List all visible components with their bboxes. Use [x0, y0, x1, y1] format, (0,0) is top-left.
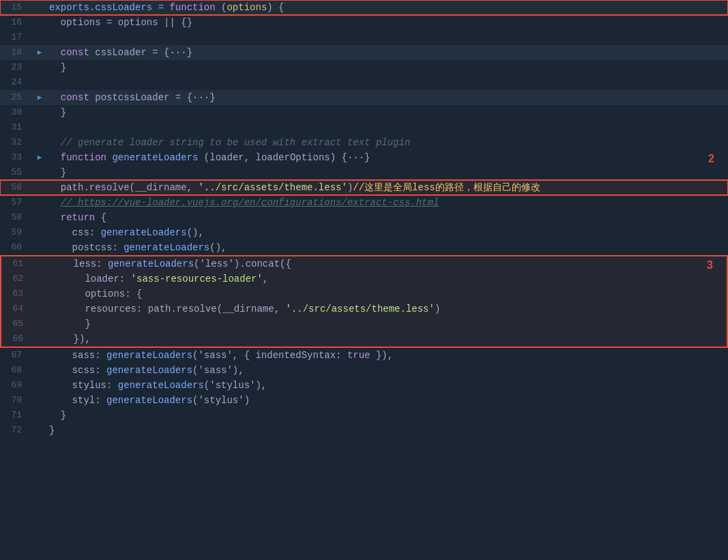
code-line: 58 return {: [0, 210, 728, 225]
line-content: less: generateLoaders('less').concat({: [48, 256, 727, 271]
code-line: 67 sass: generateLoaders('sass', { inden…: [0, 348, 728, 363]
token: {: [95, 212, 106, 223]
token: generateLoaders: [106, 350, 192, 361]
token: resources: path.resolve(__dirname,: [50, 304, 285, 314]
code-line: 69 stylus: generateLoaders('stylus'),: [0, 378, 728, 393]
token: function: [169, 2, 215, 13]
code-line: 15exports.cssLoaders = function (options…: [0, 0, 728, 15]
line-number: 32: [0, 135, 33, 150]
code-line: 63 options: {: [0, 286, 728, 301]
line-number: 17: [0, 30, 33, 45]
token: }: [49, 107, 66, 118]
line-content: }: [46, 165, 728, 180]
line-number: 61: [1, 256, 34, 271]
line-number: 33: [0, 150, 33, 165]
token: [49, 212, 61, 223]
token: path.resolve(__dirname,: [49, 182, 198, 193]
token: ): [435, 304, 440, 314]
token: '../src/assets/theme.less': [198, 182, 347, 193]
line-number: 25: [0, 90, 33, 105]
code-line: 65 }: [0, 316, 728, 331]
line-number: 59: [0, 225, 33, 240]
line-content: resources: path.resolve(__dirname, '../s…: [48, 301, 727, 316]
line-number: 24: [0, 75, 33, 90]
line-number: 65: [1, 316, 34, 331]
line-content: const cssLoader = {···}: [46, 45, 728, 60]
line-number: 31: [0, 120, 33, 135]
line-content: }: [46, 408, 728, 423]
line-number: 30: [0, 105, 33, 120]
code-line: 56 path.resolve(__dirname, '../src/asset…: [0, 180, 728, 195]
code-line: 68 scss: generateLoaders('sass'),: [0, 363, 728, 378]
code-line: 55 }: [0, 165, 728, 180]
token: (: [216, 2, 227, 13]
annotation-number: 2: [708, 150, 714, 168]
line-content: // generate loader string to be used wit…: [46, 135, 728, 150]
token: less:: [50, 259, 108, 269]
line-number: 71: [0, 408, 33, 423]
line-number: 18: [0, 45, 33, 60]
token: postcss:: [49, 242, 123, 253]
token: '../src/assets/theme.less': [285, 304, 434, 314]
token: options: {: [50, 289, 142, 299]
fold-arrow[interactable]: ▶: [33, 90, 46, 105]
token: return: [61, 212, 95, 223]
token: generateLoaders: [123, 242, 209, 253]
token: }: [50, 319, 91, 329]
line-content: stylus: generateLoaders('stylus'),: [46, 378, 728, 393]
line-content: postcss: generateLoaders(),: [46, 240, 728, 255]
line-content: path.resolve(__dirname, '../src/assets/t…: [46, 180, 728, 195]
token: scss:: [49, 365, 106, 376]
line-content: sass: generateLoaders('sass', { indented…: [46, 348, 728, 363]
line-content: options = options || {}: [46, 15, 728, 30]
code-line: 64 resources: path.resolve(__dirname, '.…: [0, 301, 728, 316]
line-content: }: [48, 316, 727, 331]
token: cssLoader = {···}: [89, 47, 192, 58]
code-line: 23 }: [0, 60, 728, 75]
token: ) {: [267, 2, 284, 13]
line-content: }: [46, 60, 728, 75]
token: //这里是全局less的路径，根据自己的修改: [353, 182, 540, 193]
line-content: loader: 'sass-resources-loader',: [48, 271, 727, 286]
code-line: 66 }),: [0, 331, 728, 348]
token: styl:: [49, 395, 106, 406]
line-number: 72: [0, 423, 33, 438]
token: options: [227, 2, 267, 13]
line-content: function generateLoaders (loader, loader…: [46, 150, 728, 165]
token: (),: [209, 242, 227, 253]
token: }),: [370, 350, 394, 361]
code-line: 61 less: generateLoaders('less').concat(…: [0, 255, 728, 271]
line-content: }: [46, 105, 728, 120]
line-number: 66: [1, 331, 34, 347]
fold-arrow[interactable]: ▶: [33, 150, 46, 165]
token: }: [49, 167, 66, 178]
token: // generate loader string to be used wit…: [61, 137, 410, 148]
code-line: 71 }: [0, 408, 728, 423]
code-line: 24: [0, 75, 728, 90]
token: stylus:: [49, 380, 118, 391]
token: ,: [263, 274, 268, 284]
line-number: 15: [0, 0, 33, 15]
code-line: 57 // https://vue-loader.vuejs.org/en/co…: [0, 195, 728, 210]
code-line: 33▶ function generateLoaders (loader, lo…: [0, 150, 728, 165]
code-line: 62 loader: 'sass-resources-loader',: [0, 271, 728, 286]
line-content: const postcssLoader = {···}: [46, 90, 728, 105]
line-number: 55: [0, 165, 33, 180]
token: css:: [49, 227, 101, 238]
token: ('stylus'),: [204, 380, 267, 391]
code-line: 32 // generate loader string to be used …: [0, 135, 728, 150]
token: (loader, loaderOptions) {···}: [198, 152, 370, 163]
line-content: // https://vue-loader.vuejs.org/en/confi…: [46, 195, 728, 210]
line-number: 58: [0, 210, 33, 225]
line-number: 70: [0, 393, 33, 408]
line-number: 60: [0, 240, 33, 255]
line-number: 16: [0, 15, 33, 30]
line-content: }: [46, 423, 728, 438]
fold-arrow[interactable]: ▶: [33, 45, 46, 60]
line-content: return {: [46, 210, 728, 225]
token: }),: [50, 334, 91, 344]
token: }: [49, 62, 66, 73]
line-number: 56: [0, 180, 33, 195]
token: const: [61, 47, 89, 58]
code-line: 60 postcss: generateLoaders(),: [0, 240, 728, 255]
